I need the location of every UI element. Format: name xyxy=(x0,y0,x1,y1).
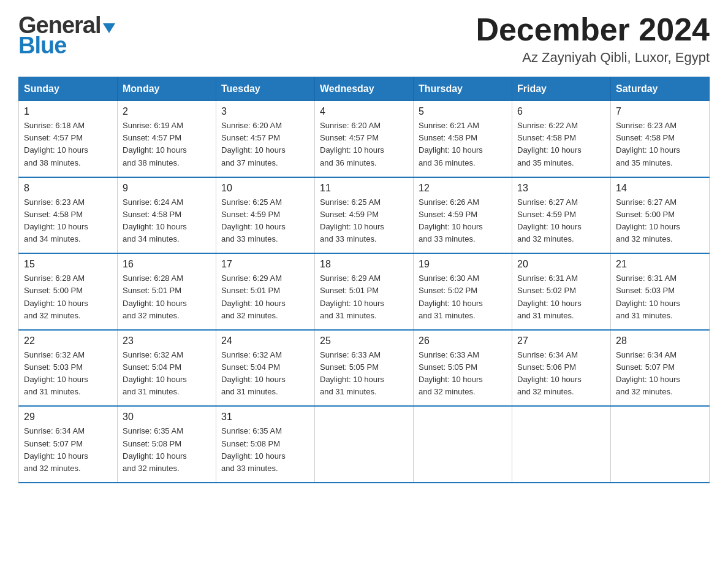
day-number: 25 xyxy=(320,335,408,347)
week-row-2: 8Sunrise: 6:23 AMSunset: 4:58 PMDaylight… xyxy=(19,177,710,254)
col-sunday: Sunday xyxy=(19,77,118,101)
day-cell: 5Sunrise: 6:21 AMSunset: 4:58 PMDaylight… xyxy=(414,101,512,177)
day-cell: 16Sunrise: 6:28 AMSunset: 5:01 PMDayligh… xyxy=(118,253,216,330)
day-cell: 10Sunrise: 6:25 AMSunset: 4:59 PMDayligh… xyxy=(216,177,315,254)
day-number: 2 xyxy=(123,106,211,117)
day-info: Sunrise: 6:29 AMSunset: 5:01 PMDaylight:… xyxy=(320,272,408,322)
day-number: 28 xyxy=(616,335,704,347)
day-cell xyxy=(512,406,611,483)
day-cell: 12Sunrise: 6:26 AMSunset: 4:59 PMDayligh… xyxy=(414,177,512,254)
day-number: 27 xyxy=(517,335,605,347)
logo-blue: Blue xyxy=(18,33,66,59)
day-info: Sunrise: 6:31 AMSunset: 5:02 PMDaylight:… xyxy=(517,272,605,322)
day-number: 18 xyxy=(320,259,408,270)
logo-triangle-icon xyxy=(103,23,115,33)
day-info: Sunrise: 6:32 AMSunset: 5:03 PMDaylight:… xyxy=(24,349,112,399)
day-cell: 26Sunrise: 6:33 AMSunset: 5:05 PMDayligh… xyxy=(414,330,512,407)
day-number: 9 xyxy=(123,183,211,194)
col-saturday: Saturday xyxy=(611,77,710,101)
day-info: Sunrise: 6:27 AMSunset: 4:59 PMDaylight:… xyxy=(517,196,605,246)
calendar-body: 1Sunrise: 6:18 AMSunset: 4:57 PMDaylight… xyxy=(19,101,710,483)
col-monday: Monday xyxy=(118,77,216,101)
day-cell: 23Sunrise: 6:32 AMSunset: 5:04 PMDayligh… xyxy=(118,330,216,407)
day-number: 7 xyxy=(616,106,704,117)
location-title: Az Zayniyah Qibli, Luxor, Egypt xyxy=(476,50,710,66)
day-number: 22 xyxy=(24,335,112,347)
day-number: 26 xyxy=(419,335,507,347)
day-number: 1 xyxy=(24,106,112,117)
day-info: Sunrise: 6:19 AMSunset: 4:57 PMDaylight:… xyxy=(123,120,211,169)
day-cell: 25Sunrise: 6:33 AMSunset: 5:05 PMDayligh… xyxy=(315,330,414,407)
day-info: Sunrise: 6:33 AMSunset: 5:05 PMDaylight:… xyxy=(320,349,408,399)
day-info: Sunrise: 6:25 AMSunset: 4:59 PMDaylight:… xyxy=(221,196,309,246)
day-number: 31 xyxy=(221,412,309,423)
day-cell: 29Sunrise: 6:34 AMSunset: 5:07 PMDayligh… xyxy=(19,406,118,483)
col-thursday: Thursday xyxy=(414,77,512,101)
day-cell: 24Sunrise: 6:32 AMSunset: 5:04 PMDayligh… xyxy=(216,330,315,407)
day-info: Sunrise: 6:35 AMSunset: 5:08 PMDaylight:… xyxy=(221,425,309,475)
month-title: December 2024 xyxy=(476,12,710,47)
day-number: 6 xyxy=(517,106,605,117)
day-number: 15 xyxy=(24,259,112,270)
day-cell: 19Sunrise: 6:30 AMSunset: 5:02 PMDayligh… xyxy=(414,253,512,330)
day-cell: 20Sunrise: 6:31 AMSunset: 5:02 PMDayligh… xyxy=(512,253,611,330)
day-number: 4 xyxy=(320,106,408,117)
day-number: 29 xyxy=(24,412,112,423)
day-number: 13 xyxy=(517,183,605,194)
day-cell: 1Sunrise: 6:18 AMSunset: 4:57 PMDaylight… xyxy=(19,101,118,177)
week-row-3: 15Sunrise: 6:28 AMSunset: 5:00 PMDayligh… xyxy=(19,253,710,330)
day-cell: 11Sunrise: 6:25 AMSunset: 4:59 PMDayligh… xyxy=(315,177,414,254)
day-info: Sunrise: 6:29 AMSunset: 5:01 PMDaylight:… xyxy=(221,272,309,322)
day-number: 14 xyxy=(616,183,704,194)
day-cell: 2Sunrise: 6:19 AMSunset: 4:57 PMDaylight… xyxy=(118,101,216,177)
day-cell xyxy=(414,406,512,483)
day-cell: 9Sunrise: 6:24 AMSunset: 4:58 PMDaylight… xyxy=(118,177,216,254)
day-info: Sunrise: 6:24 AMSunset: 4:58 PMDaylight:… xyxy=(123,196,211,246)
day-info: Sunrise: 6:31 AMSunset: 5:03 PMDaylight:… xyxy=(616,272,704,322)
day-number: 11 xyxy=(320,183,408,194)
day-cell: 28Sunrise: 6:34 AMSunset: 5:07 PMDayligh… xyxy=(611,330,710,407)
day-number: 10 xyxy=(221,183,309,194)
day-number: 23 xyxy=(123,335,211,347)
day-info: Sunrise: 6:20 AMSunset: 4:57 PMDaylight:… xyxy=(320,120,408,169)
day-number: 30 xyxy=(123,412,211,423)
day-cell: 3Sunrise: 6:20 AMSunset: 4:57 PMDaylight… xyxy=(216,101,315,177)
day-info: Sunrise: 6:27 AMSunset: 5:00 PMDaylight:… xyxy=(616,196,704,246)
day-cell: 14Sunrise: 6:27 AMSunset: 5:00 PMDayligh… xyxy=(611,177,710,254)
calendar-table: Sunday Monday Tuesday Wednesday Thursday… xyxy=(18,77,710,483)
header-row: Sunday Monday Tuesday Wednesday Thursday… xyxy=(19,77,710,101)
col-wednesday: Wednesday xyxy=(315,77,414,101)
day-info: Sunrise: 6:28 AMSunset: 5:01 PMDaylight:… xyxy=(123,272,211,322)
title-block: December 2024 Az Zayniyah Qibli, Luxor, … xyxy=(476,12,710,66)
day-cell xyxy=(611,406,710,483)
day-number: 21 xyxy=(616,259,704,270)
day-number: 3 xyxy=(221,106,309,117)
day-info: Sunrise: 6:25 AMSunset: 4:59 PMDaylight:… xyxy=(320,196,408,246)
day-info: Sunrise: 6:34 AMSunset: 5:06 PMDaylight:… xyxy=(517,349,605,399)
day-info: Sunrise: 6:18 AMSunset: 4:57 PMDaylight:… xyxy=(24,120,112,169)
day-cell: 6Sunrise: 6:22 AMSunset: 4:58 PMDaylight… xyxy=(512,101,611,177)
day-info: Sunrise: 6:34 AMSunset: 5:07 PMDaylight:… xyxy=(24,425,112,475)
col-friday: Friday xyxy=(512,77,611,101)
day-number: 19 xyxy=(419,259,507,270)
week-row-1: 1Sunrise: 6:18 AMSunset: 4:57 PMDaylight… xyxy=(19,101,710,177)
day-info: Sunrise: 6:28 AMSunset: 5:00 PMDaylight:… xyxy=(24,272,112,322)
day-cell: 4Sunrise: 6:20 AMSunset: 4:57 PMDaylight… xyxy=(315,101,414,177)
day-number: 8 xyxy=(24,183,112,194)
page-header: General Blue December 2024 Az Zayniyah Q… xyxy=(18,12,710,66)
day-info: Sunrise: 6:26 AMSunset: 4:59 PMDaylight:… xyxy=(419,196,507,246)
day-number: 24 xyxy=(221,335,309,347)
week-row-4: 22Sunrise: 6:32 AMSunset: 5:03 PMDayligh… xyxy=(19,330,710,407)
day-cell: 21Sunrise: 6:31 AMSunset: 5:03 PMDayligh… xyxy=(611,253,710,330)
day-info: Sunrise: 6:22 AMSunset: 4:58 PMDaylight:… xyxy=(517,120,605,169)
day-cell: 8Sunrise: 6:23 AMSunset: 4:58 PMDaylight… xyxy=(19,177,118,254)
day-info: Sunrise: 6:20 AMSunset: 4:57 PMDaylight:… xyxy=(221,120,309,169)
day-cell: 13Sunrise: 6:27 AMSunset: 4:59 PMDayligh… xyxy=(512,177,611,254)
day-info: Sunrise: 6:23 AMSunset: 4:58 PMDaylight:… xyxy=(24,196,112,246)
day-number: 12 xyxy=(419,183,507,194)
col-tuesday: Tuesday xyxy=(216,77,315,101)
day-info: Sunrise: 6:33 AMSunset: 5:05 PMDaylight:… xyxy=(419,349,507,399)
day-cell: 17Sunrise: 6:29 AMSunset: 5:01 PMDayligh… xyxy=(216,253,315,330)
day-info: Sunrise: 6:30 AMSunset: 5:02 PMDaylight:… xyxy=(419,272,507,322)
calendar-header: Sunday Monday Tuesday Wednesday Thursday… xyxy=(19,77,710,101)
